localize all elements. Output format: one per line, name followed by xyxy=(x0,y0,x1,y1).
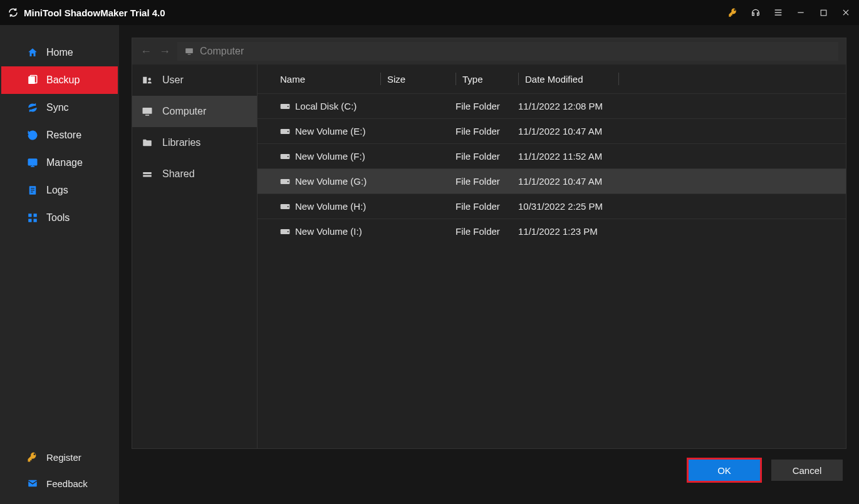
sidebar: HomeBackupSyncRestoreManageLogsTools Reg… xyxy=(0,25,119,504)
svg-rect-11 xyxy=(31,192,33,192)
row-type: File Folder xyxy=(456,226,518,237)
row-type: File Folder xyxy=(456,176,518,187)
svg-rect-13 xyxy=(34,213,37,217)
titlebar-key-icon[interactable] xyxy=(727,7,739,18)
sidebar-item-logs[interactable]: Logs xyxy=(1,177,118,204)
tree-item-user[interactable]: User xyxy=(132,64,257,96)
row-name: New Volume (E:) xyxy=(295,126,366,136)
svg-point-34 xyxy=(288,206,289,207)
sidebar-item-restore[interactable]: Restore xyxy=(1,121,118,149)
table-row[interactable]: Local Disk (C:) File Folder 11/1/2022 12… xyxy=(258,93,846,118)
sync-icon xyxy=(26,101,39,114)
svg-rect-9 xyxy=(31,188,34,188)
svg-rect-0 xyxy=(775,9,782,10)
sidebar-item-tools[interactable]: Tools xyxy=(1,204,118,232)
key-icon xyxy=(26,451,39,463)
minimize-icon[interactable] xyxy=(795,7,806,18)
user-icon xyxy=(141,74,154,86)
file-browser: ← → Computer UserComputerLibrariesShared… xyxy=(132,38,846,449)
svg-point-36 xyxy=(288,231,289,232)
breadcrumb-box[interactable]: Computer xyxy=(177,42,838,61)
row-date: 11/1/2022 12:08 PM xyxy=(518,101,846,111)
sidebar-item-label: Feedback xyxy=(46,478,88,489)
row-name: New Volume (H:) xyxy=(295,201,366,212)
drive-icon xyxy=(280,228,290,235)
restore-icon xyxy=(26,129,39,141)
monitor-icon xyxy=(141,105,154,118)
svg-point-20 xyxy=(148,78,152,81)
tree-item-libraries[interactable]: Libraries xyxy=(132,127,257,158)
svg-rect-18 xyxy=(188,54,191,54)
titlebar-menu-icon[interactable] xyxy=(773,7,784,18)
titlebar-headset-icon[interactable] xyxy=(750,7,761,18)
file-grid: Name Size Type Date Modified Local Disk … xyxy=(258,64,846,448)
cancel-button[interactable]: Cancel xyxy=(771,460,843,481)
svg-point-28 xyxy=(288,131,289,132)
column-date[interactable]: Date Modified xyxy=(518,73,618,85)
row-name: New Volume (F:) xyxy=(295,151,365,162)
svg-rect-14 xyxy=(28,219,31,222)
sidebar-item-label: Restore xyxy=(46,130,81,141)
sidebar-item-label: Manage xyxy=(46,157,83,168)
sidebar-item-label: Sync xyxy=(46,102,69,113)
row-type: File Folder xyxy=(456,101,518,111)
row-date: 11/1/2022 11:52 AM xyxy=(518,151,846,162)
logs-icon xyxy=(26,184,39,197)
ok-button[interactable]: OK xyxy=(689,460,760,481)
tree-item-computer[interactable]: Computer xyxy=(132,96,257,127)
dialog-buttons: OK Cancel xyxy=(132,449,846,491)
svg-rect-23 xyxy=(143,172,152,174)
row-name: New Volume (I:) xyxy=(295,226,362,237)
table-row[interactable]: New Volume (E:) File Folder 11/1/2022 10… xyxy=(258,118,846,143)
column-size[interactable]: Size xyxy=(380,73,456,85)
column-type[interactable]: Type xyxy=(456,73,518,85)
sidebar-item-feedback[interactable]: Feedback xyxy=(1,470,118,496)
row-date: 11/1/2022 1:23 PM xyxy=(518,226,846,237)
nav-forward-icon[interactable]: → xyxy=(159,45,171,58)
sidebar-item-manage[interactable]: Manage xyxy=(1,149,118,177)
tree-item-label: Libraries xyxy=(162,137,200,148)
tree-item-label: Shared xyxy=(162,168,195,180)
folder-icon xyxy=(141,136,154,149)
maximize-icon[interactable] xyxy=(818,7,829,18)
svg-point-32 xyxy=(288,181,289,182)
row-date: 11/1/2022 10:47 AM xyxy=(518,126,846,136)
row-type: File Folder xyxy=(456,126,518,136)
svg-rect-21 xyxy=(143,108,152,114)
svg-rect-22 xyxy=(145,115,149,116)
drive-icon xyxy=(280,103,290,110)
sidebar-item-label: Register xyxy=(46,452,81,463)
tree-item-label: User xyxy=(162,75,184,86)
svg-rect-7 xyxy=(28,159,37,165)
table-row[interactable]: New Volume (I:) File Folder 11/1/2022 1:… xyxy=(258,219,846,244)
close-icon[interactable] xyxy=(840,7,851,18)
sidebar-item-sync[interactable]: Sync xyxy=(1,94,118,121)
tree-item-shared[interactable]: Shared xyxy=(132,158,257,190)
row-name: Local Disk (C:) xyxy=(295,101,357,111)
row-date: 11/1/2022 10:47 AM xyxy=(518,176,846,187)
sidebar-item-register[interactable]: Register xyxy=(1,444,118,470)
app-title: MiniTool ShadowMaker Trial 4.0 xyxy=(24,8,165,18)
row-type: File Folder xyxy=(456,201,518,212)
breadcrumb-text: Computer xyxy=(200,46,244,57)
titlebar: MiniTool ShadowMaker Trial 4.0 xyxy=(0,0,859,25)
main-panel: ← → Computer UserComputerLibrariesShared… xyxy=(119,25,859,504)
table-row[interactable]: New Volume (H:) File Folder 10/31/2022 2… xyxy=(258,193,846,219)
svg-rect-2 xyxy=(775,14,782,15)
table-row[interactable]: New Volume (G:) File Folder 11/1/2022 10… xyxy=(258,168,846,193)
drive-icon xyxy=(280,128,290,135)
svg-rect-12 xyxy=(28,213,31,217)
home-icon xyxy=(26,46,39,59)
shared-icon xyxy=(141,168,154,180)
sidebar-item-home[interactable]: Home xyxy=(1,39,118,66)
sidebar-item-backup[interactable]: Backup xyxy=(1,66,118,94)
nav-back-icon[interactable]: ← xyxy=(140,45,152,58)
backup-icon xyxy=(26,74,39,86)
sidebar-item-label: Logs xyxy=(46,185,68,196)
row-name: New Volume (G:) xyxy=(295,176,367,187)
table-row[interactable]: New Volume (F:) File Folder 11/1/2022 11… xyxy=(258,143,846,168)
row-type: File Folder xyxy=(456,151,518,162)
svg-point-30 xyxy=(288,156,289,157)
svg-rect-19 xyxy=(143,77,147,84)
column-name[interactable]: Name xyxy=(280,74,380,85)
